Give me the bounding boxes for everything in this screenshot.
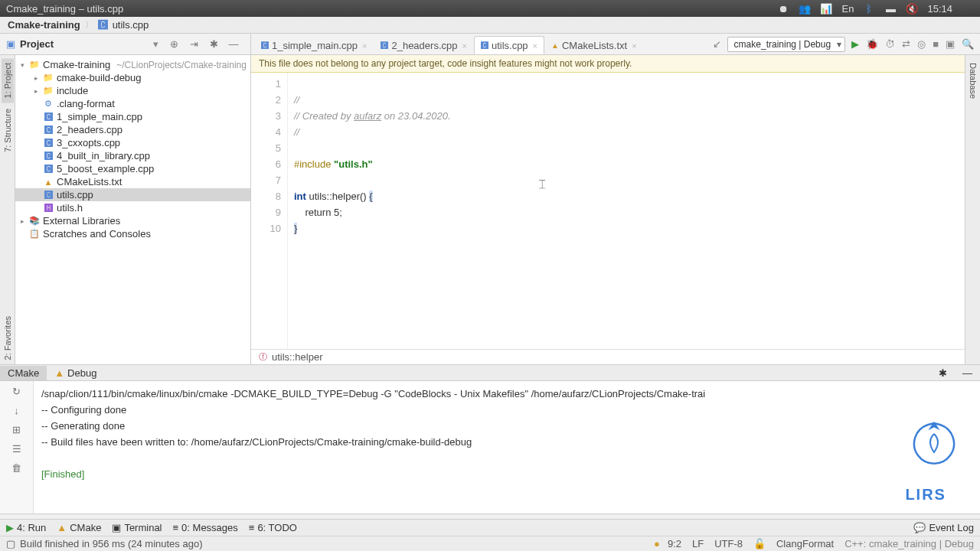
- item-icon: 📁: [43, 73, 54, 83]
- arrow-icon[interactable]: ▸: [18, 217, 26, 225]
- editor-tab[interactable]: ▲CMakeLists.txt×: [544, 36, 644, 54]
- tab-cmake[interactable]: CMake: [0, 366, 47, 380]
- tree-item[interactable]: 🅲5_boost_example.cpp: [15, 162, 250, 175]
- tab-debug[interactable]: ▲Debug: [47, 366, 104, 380]
- breadcrumb-root[interactable]: Cmake-training: [8, 19, 80, 31]
- status-indicator[interactable]: ●: [654, 538, 660, 549]
- context[interactable]: C++: cmake_training | Debug: [844, 538, 974, 549]
- tree-item[interactable]: 🅲1_simple_main.cpp: [15, 110, 250, 123]
- status-terminal[interactable]: ▣Terminal: [112, 522, 162, 533]
- project-tree[interactable]: ▾📁Cmake-training~/CLionProjects/Cmake-tr…: [15, 55, 251, 364]
- function-icon: ⓕ: [259, 351, 267, 363]
- bluetooth-icon[interactable]: ᛒ: [863, 2, 875, 15]
- tree-item[interactable]: 🅲utils.cpp: [15, 188, 250, 201]
- tree-item[interactable]: ▸📁include: [15, 84, 250, 97]
- status-messages[interactable]: ≡0: Messages: [173, 522, 238, 533]
- tree-item[interactable]: 🅲4_built_in_library.cpp: [15, 149, 250, 162]
- sync-icon[interactable]: ↙: [713, 38, 721, 50]
- record-icon[interactable]: ⏺: [777, 2, 789, 15]
- apple-icon[interactable]: [962, 2, 974, 15]
- layout-icon[interactable]: ▣: [946, 38, 955, 50]
- window-titlebar: Cmake_training – utils.cpp ⏺ 👥 📊 En ᛒ ▬ …: [0, 0, 980, 17]
- close-icon[interactable]: ×: [462, 41, 466, 51]
- tool-tab-structure[interactable]: 7: Structure: [2, 104, 14, 157]
- lang-indicator[interactable]: En: [841, 2, 854, 15]
- code-area[interactable]: // // Created by aufarz on 23.04.2020. /…: [288, 73, 965, 349]
- item-icon: 📁: [29, 60, 40, 70]
- tree-item[interactable]: 🅲2_headers.cpp: [15, 123, 250, 136]
- cmake-output[interactable]: /snap/clion/111/bin/cmake/linux/bin/cmak…: [34, 381, 980, 514]
- tool-tab-database[interactable]: Database: [967, 58, 979, 103]
- editor-tab[interactable]: 🅲2_headers.cpp×: [374, 36, 473, 54]
- status-todo[interactable]: ≡6: TODO: [249, 522, 297, 533]
- tree-item[interactable]: 🅷utils.h: [15, 201, 250, 214]
- main-content: 1: Project 7: Structure 2: Favorites ▾📁C…: [0, 55, 980, 364]
- editor-body[interactable]: 12345678910 // // Created by aufarz on 2…: [251, 73, 965, 349]
- hide-icon[interactable]: —: [955, 366, 980, 380]
- crumb-label[interactable]: utils::helper: [272, 351, 322, 363]
- arrow-icon[interactable]: ▾: [18, 61, 26, 69]
- teams-icon[interactable]: 👥: [799, 2, 811, 15]
- tree-item[interactable]: ▸📚External Libraries: [15, 214, 250, 227]
- gear-icon[interactable]: ✱: [931, 366, 955, 380]
- chart-icon[interactable]: 📊: [820, 2, 832, 15]
- collapse-icon[interactable]: ⇥: [188, 38, 200, 51]
- tool-tab-favorites[interactable]: 2: Favorites: [2, 311, 14, 364]
- arrow-icon[interactable]: ▸: [32, 74, 40, 82]
- line-ending[interactable]: LF: [692, 538, 704, 549]
- tree-item[interactable]: ▾📁Cmake-training~/CLionProjects/Cmake-tr…: [15, 58, 250, 71]
- text-cursor-icon: ⌶: [539, 176, 545, 192]
- item-icon: 🅲: [43, 191, 54, 200]
- target-icon[interactable]: ⊕: [168, 38, 180, 51]
- warning-banner: This file does not belong to any project…: [251, 55, 965, 73]
- editor-tab[interactable]: 🅲1_simple_main.cpp×: [254, 36, 374, 54]
- tool-tab-project[interactable]: 1: Project: [2, 58, 14, 103]
- run-icon[interactable]: ▶: [851, 38, 859, 50]
- close-icon[interactable]: ×: [362, 41, 367, 51]
- encoding[interactable]: UTF-8: [714, 538, 743, 549]
- lirs-logo: LIRS: [894, 404, 957, 514]
- editor-breadcrumb: ⓕ utils::helper: [251, 349, 965, 364]
- cmake-toolbar: ↻ ↓ ⊞ ☰ 🗑: [0, 381, 34, 514]
- formatter[interactable]: ClangFormat: [776, 538, 834, 549]
- profile-icon[interactable]: ⏱: [885, 38, 895, 50]
- item-icon: 🅲: [43, 139, 54, 148]
- footer-bar: ▢ Build finished in 956 ms (24 minutes a…: [0, 536, 980, 551]
- file-icon: 🅲: [481, 41, 488, 50]
- reload-icon[interactable]: ↻: [12, 386, 21, 397]
- status-eventlog[interactable]: 💬Event Log: [913, 522, 974, 533]
- close-icon[interactable]: ×: [632, 41, 636, 51]
- editor-tab[interactable]: 🅲utils.cpp×: [474, 36, 544, 54]
- status-run[interactable]: ▶4: Run: [6, 522, 46, 533]
- tree-item[interactable]: 📋Scratches and Consoles: [15, 227, 250, 240]
- volume-icon[interactable]: 🔇: [906, 2, 918, 15]
- stop-icon[interactable]: ■: [933, 38, 939, 50]
- options-icon[interactable]: ☰: [12, 443, 21, 455]
- grid-icon[interactable]: ⊞: [12, 424, 21, 435]
- trash-icon[interactable]: 🗑: [11, 462, 21, 474]
- attach-icon[interactable]: ⇄: [902, 38, 910, 50]
- chevron-right-icon: 〉: [85, 19, 93, 31]
- target-icon[interactable]: ◎: [917, 38, 926, 50]
- chevron-down-icon[interactable]: ▾: [153, 38, 158, 50]
- tree-item[interactable]: ▸📁cmake-build-debug: [15, 71, 250, 84]
- tree-item[interactable]: ⚙.clang-format: [15, 97, 250, 110]
- breadcrumb-file[interactable]: utils.cpp: [113, 19, 149, 31]
- hide-icon[interactable]: —: [227, 38, 240, 51]
- build-config-select[interactable]: cmake_training | Debug: [727, 37, 846, 52]
- item-icon: 📁: [43, 86, 54, 96]
- down-icon[interactable]: ↓: [14, 405, 19, 416]
- tree-item[interactable]: ▲CMakeLists.txt: [15, 175, 250, 188]
- item-icon: 🅲: [43, 112, 54, 122]
- close-icon[interactable]: ×: [533, 41, 537, 51]
- debug-icon[interactable]: 🐞: [866, 38, 878, 50]
- arrow-icon[interactable]: ▸: [32, 87, 40, 95]
- cursor-pos[interactable]: 9:2: [668, 538, 681, 549]
- clock[interactable]: 15:14: [927, 3, 952, 15]
- gear-icon[interactable]: ✱: [207, 38, 220, 51]
- status-cmake[interactable]: ▲CMake: [57, 522, 101, 533]
- search-icon[interactable]: 🔍: [962, 38, 974, 50]
- tree-item[interactable]: 🅲3_cxxopts.cpp: [15, 136, 250, 149]
- read-lock-icon[interactable]: 🔓: [753, 538, 766, 549]
- battery-icon[interactable]: ▬: [884, 2, 897, 15]
